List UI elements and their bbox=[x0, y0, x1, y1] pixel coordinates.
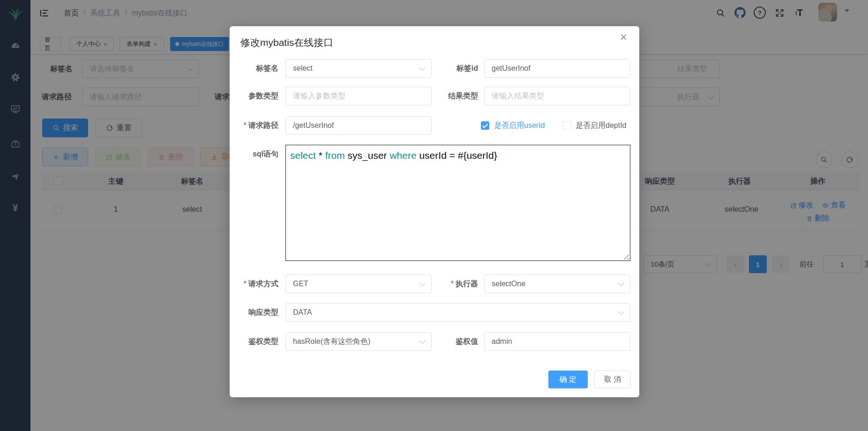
request-method-label: *请求方式 bbox=[244, 275, 278, 293]
response-type-select[interactable]: DATA bbox=[285, 303, 630, 322]
enable-deptid-label[interactable]: 是否启用deptId bbox=[576, 116, 626, 135]
response-type-label: 响应类型 bbox=[248, 303, 278, 322]
dialog-close-button close-icon[interactable]: × bbox=[620, 31, 627, 43]
executor-select[interactable]: selectOne bbox=[484, 275, 630, 293]
cancel-button[interactable]: 取 消 bbox=[594, 371, 631, 388]
sql-code: select * from sys_user where userId = #{… bbox=[286, 145, 630, 166]
chevron-down-icon bbox=[419, 280, 426, 286]
confirm-button[interactable]: 确 定 bbox=[548, 371, 588, 388]
auth-type-select[interactable]: hasRole(含有这些角色) bbox=[285, 332, 432, 351]
executor-label: *执行器 bbox=[451, 275, 478, 293]
enable-userid-label[interactable]: 是否启用userId bbox=[494, 116, 545, 135]
request-path-label: *请求路径 bbox=[244, 116, 278, 135]
dialog-title: 修改mybatis在线接口 bbox=[240, 36, 333, 50]
sql-label: sql语句 bbox=[253, 145, 278, 163]
auth-type-label: 鉴权类型 bbox=[248, 332, 278, 351]
tag-name-label: 标签名 bbox=[256, 59, 278, 78]
request-path-input[interactable]: /getUserInof bbox=[285, 116, 432, 135]
auth-value-label: 鉴权值 bbox=[456, 332, 478, 351]
tag-id-input[interactable]: getUserInof bbox=[484, 59, 630, 78]
chevron-down-icon bbox=[419, 337, 426, 344]
enable-deptid-checkbox[interactable] bbox=[563, 121, 571, 130]
chevron-down-icon bbox=[618, 308, 624, 315]
chevron-down-icon bbox=[419, 64, 426, 71]
param-type-label: 参数类型 bbox=[248, 87, 278, 105]
result-type-label: 结果类型 bbox=[448, 87, 478, 105]
tag-name-select[interactable]: select bbox=[285, 59, 432, 78]
tag-id-label: 标签id bbox=[456, 59, 478, 78]
enable-userid-checkbox[interactable] bbox=[481, 121, 489, 130]
app-root: ¥ 首页 / 系统工具 / mybatis在线接口 ? tT 首页 bbox=[0, 0, 868, 431]
sql-editor[interactable]: select * from sys_user where userId = #{… bbox=[285, 145, 630, 261]
result-type-input[interactable]: 请输入结果类型 bbox=[484, 87, 630, 105]
chevron-down-icon bbox=[618, 280, 624, 286]
param-type-input[interactable]: 请输入参数类型 bbox=[285, 87, 432, 105]
auth-value-input[interactable]: admin bbox=[484, 332, 630, 351]
edit-mybatis-dialog: 修改mybatis在线接口 × 标签名 select 标签id getUserI… bbox=[230, 26, 639, 397]
request-method-select[interactable]: GET bbox=[285, 275, 432, 293]
resize-handle[interactable] bbox=[623, 254, 629, 260]
